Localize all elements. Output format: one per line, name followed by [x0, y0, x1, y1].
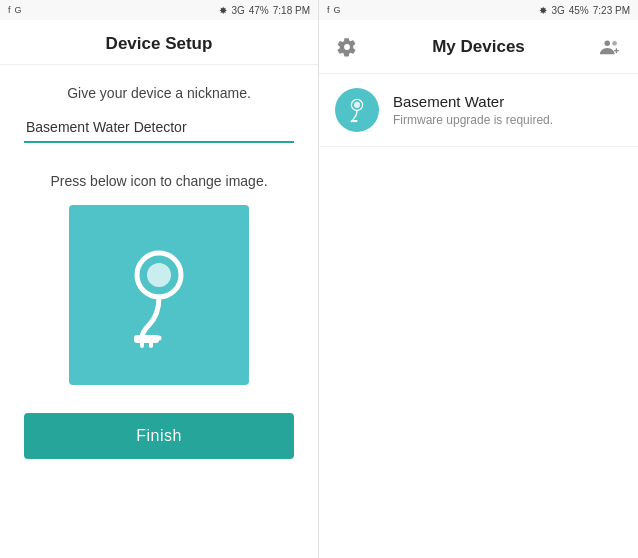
svg-rect-2: [134, 335, 159, 343]
svg-point-6: [612, 41, 617, 46]
bluetooth-icon: ✸: [219, 5, 227, 16]
svg-rect-10: [352, 121, 353, 123]
battery-icon: 47%: [249, 5, 269, 16]
left-status-bar: f G ✸ 3G 47% 7:18 PM: [0, 0, 318, 20]
google-icon: G: [15, 5, 22, 15]
svg-point-5: [605, 40, 611, 46]
device-item[interactable]: Basement Water Firmware upgrade is requi…: [319, 74, 638, 147]
device-list: Basement Water Firmware upgrade is requi…: [319, 74, 638, 558]
device-image-button[interactable]: [69, 205, 249, 385]
right-status-bar: f G ✸ 3G 45% 7:23 PM: [319, 0, 638, 20]
finish-button[interactable]: Finish: [24, 413, 294, 459]
left-status-right: ✸ 3G 47% 7:18 PM: [219, 5, 310, 16]
left-time: 7:18 PM: [273, 5, 310, 16]
device-setup-title: Device Setup: [106, 34, 213, 53]
left-panel: f G ✸ 3G 47% 7:18 PM Device Setup Give y…: [0, 0, 319, 558]
change-image-label: Press below icon to change image.: [50, 173, 267, 189]
facebook-icon: f: [8, 5, 11, 15]
svg-rect-4: [149, 340, 153, 348]
right-facebook-icon: f: [327, 5, 330, 15]
right-battery-icon: 45%: [569, 5, 589, 16]
signal-icon: 3G: [231, 5, 244, 16]
right-panel: f G ✸ 3G 45% 7:23 PM My Devices: [319, 0, 638, 558]
device-info: Basement Water Firmware upgrade is requi…: [393, 93, 553, 127]
right-status-right: ✸ 3G 45% 7:23 PM: [539, 5, 630, 16]
add-users-icon[interactable]: [598, 35, 622, 59]
svg-rect-11: [354, 121, 355, 123]
settings-icon[interactable]: [335, 35, 359, 59]
svg-rect-9: [351, 120, 357, 122]
left-header: Device Setup: [0, 20, 318, 65]
right-google-icon: G: [334, 5, 341, 15]
right-time: 7:23 PM: [593, 5, 630, 16]
device-icon: [335, 88, 379, 132]
device-name: Basement Water: [393, 93, 553, 110]
nickname-input[interactable]: [24, 115, 294, 141]
svg-rect-3: [140, 340, 144, 348]
right-wifi-icon: 3G: [551, 5, 564, 16]
water-detector-svg: [104, 240, 214, 350]
device-status: Firmware upgrade is required.: [393, 113, 553, 127]
left-status-left-icons: f G: [8, 5, 22, 15]
svg-point-8: [354, 102, 360, 108]
right-bluetooth-icon: ✸: [539, 5, 547, 16]
nickname-label: Give your device a nickname.: [67, 85, 251, 101]
left-content: Give your device a nickname. Press below…: [0, 65, 318, 558]
right-header: My Devices: [319, 20, 638, 74]
svg-point-1: [147, 263, 171, 287]
nickname-input-wrapper[interactable]: [24, 115, 294, 143]
right-status-left-icons: f G: [327, 5, 341, 15]
my-devices-title: My Devices: [359, 37, 598, 57]
